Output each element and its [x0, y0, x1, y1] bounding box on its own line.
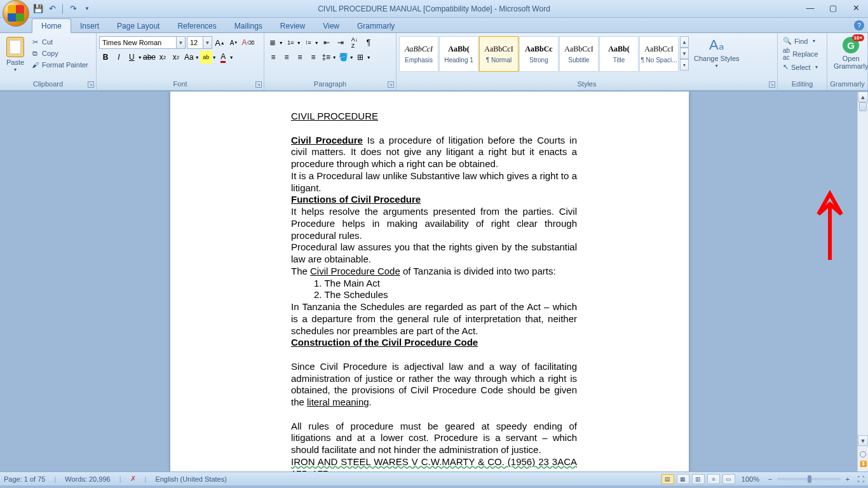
status-language[interactable]: English (United States) — [155, 475, 227, 483]
tab-view[interactable]: View — [314, 19, 348, 32]
scroll-down-button[interactable]: ▼ — [858, 435, 868, 446]
office-button[interactable] — [3, 0, 29, 27]
paste-button[interactable]: Paste ▼ — [3, 34, 28, 79]
vertical-scrollbar[interactable]: ▲ ▼ ⏬ — [857, 92, 868, 471]
cut-icon: ✂ — [31, 37, 39, 46]
style-item-strong[interactable]: AaBbCcStrong — [519, 36, 559, 72]
justify-button[interactable]: ≡ — [307, 51, 320, 64]
zoom-fit-icon[interactable]: ⛶ — [857, 475, 864, 483]
paragraph-dialog-icon[interactable]: ↘ — [388, 81, 394, 88]
increase-indent-button[interactable]: ⇥ — [334, 36, 347, 49]
numbering-button[interactable]: 1≡▼ — [285, 36, 301, 49]
help-icon[interactable]: ? — [854, 20, 864, 30]
align-right-button[interactable]: ≡ — [294, 51, 306, 64]
grow-font-button[interactable]: A▲ — [214, 36, 226, 49]
highlight-button[interactable]: ab▼ — [200, 51, 217, 64]
style-up-button[interactable]: ▲ — [680, 36, 689, 48]
proofing-icon[interactable]: ✗ — [130, 475, 136, 483]
clipboard-group-label: Clipboard — [33, 80, 63, 88]
tab-grammarly[interactable]: Grammarly — [348, 19, 403, 32]
change-styles-icon: Aₐ — [709, 37, 724, 53]
decrease-indent-button[interactable]: ⇤ — [320, 36, 333, 49]
change-styles-button[interactable]: Aₐ Change Styles ▼ — [690, 34, 743, 68]
tab-references[interactable]: References — [168, 19, 225, 32]
multilevel-button[interactable]: ⁝≡▼ — [302, 36, 319, 49]
shrink-font-button[interactable]: A▼ — [227, 36, 240, 49]
redo-icon[interactable]: ↷ — [68, 4, 78, 14]
open-grammarly-button[interactable]: G10+ Open Grammarly — [830, 34, 868, 70]
style-item---normal[interactable]: AaBbCcI¶ Normal — [479, 36, 519, 72]
replace-button[interactable]: abacReplace — [783, 47, 819, 61]
clipboard-dialog-icon[interactable]: ↘ — [88, 81, 94, 88]
cut-button[interactable]: ✂Cut — [29, 37, 90, 47]
save-icon[interactable]: 💾 — [33, 4, 43, 14]
copy-button[interactable]: ⧉Copy — [29, 48, 90, 58]
close-button[interactable]: ✕ — [848, 1, 864, 14]
bold-button[interactable]: B — [99, 51, 112, 64]
group-paragraph: ≣▼ 1≡▼ ⁝≡▼ ⇤ ⇥ A↓Z ¶ ≡ ≡ ≡ ≡ ‡≡▼ 🪣▼ ⊞▼ — [264, 33, 397, 90]
format-painter-button[interactable]: 🖌Format Painter — [29, 60, 90, 70]
find-button[interactable]: 🔍Find▼ — [783, 37, 819, 45]
scroll-thumb[interactable] — [859, 102, 867, 111]
paste-icon — [6, 37, 24, 57]
font-dialog-icon[interactable]: ↘ — [255, 81, 262, 88]
case-citation: IRON AND STEEL WARES V C.W.MARTY & CO. (… — [291, 456, 577, 471]
shading-button[interactable]: 🪣▼ — [337, 51, 354, 64]
borders-button[interactable]: ⊞▼ — [355, 51, 371, 64]
superscript-button[interactable]: x2 — [170, 51, 182, 64]
underline-button[interactable]: U▼ — [126, 51, 142, 64]
tab-mailings[interactable]: Mailings — [226, 19, 271, 32]
styles-dialog-icon[interactable]: ↘ — [769, 81, 775, 88]
clear-formatting-button[interactable]: A⌫ — [241, 36, 254, 49]
zoom-out-button[interactable]: − — [766, 475, 775, 483]
draft-view-button[interactable]: ▭ — [722, 474, 735, 484]
maximize-button[interactable]: ▢ — [825, 1, 841, 14]
chevron-down-icon[interactable]: ▼ — [203, 37, 212, 48]
status-page[interactable]: Page: 1 of 75 — [4, 475, 45, 483]
show-marks-button[interactable]: ¶ — [362, 36, 375, 49]
tab-home[interactable]: Home — [32, 18, 71, 33]
style-item---no-spaci---[interactable]: AaBbCcI¶ No Spaci... — [639, 36, 679, 72]
browse-object-icon[interactable] — [860, 451, 866, 458]
chevron-down-icon[interactable]: ▼ — [176, 37, 185, 48]
zoom-in-button[interactable]: + — [843, 475, 852, 483]
outline-view-button[interactable]: ≡ — [707, 474, 720, 484]
style-down-button[interactable]: ▼ — [680, 48, 689, 59]
minimize-button[interactable]: — — [802, 1, 818, 14]
group-grammarly: G10+ Open Grammarly Grammarly — [827, 33, 868, 90]
font-name-combo[interactable]: Times New Roman▼ — [99, 36, 186, 49]
font-color-button[interactable]: A▼ — [217, 51, 234, 64]
undo-icon[interactable]: ↶ — [47, 4, 57, 14]
scroll-up-button[interactable]: ▲ — [858, 92, 868, 102]
sort-button[interactable]: A↓Z — [348, 36, 361, 49]
heading-functions: Functions of Civil Procedure — [291, 194, 421, 205]
change-case-button[interactable]: Aa▼ — [183, 51, 200, 64]
style-more-button[interactable]: ▾ — [680, 59, 689, 71]
subscript-button[interactable]: x2 — [156, 51, 169, 64]
qat-dropdown-icon[interactable]: ▼ — [82, 4, 92, 14]
tab-review[interactable]: Review — [271, 19, 314, 32]
italic-button[interactable]: I — [112, 51, 125, 64]
style-item-heading-1[interactable]: AaBb(Heading 1 — [439, 36, 478, 72]
tab-insert[interactable]: Insert — [71, 19, 108, 32]
strikethrough-button[interactable]: abe — [143, 51, 156, 64]
zoom-slider[interactable] — [777, 478, 841, 480]
style-item-title[interactable]: AaBb(Title — [599, 36, 639, 72]
status-words[interactable]: Words: 20,996 — [65, 475, 110, 483]
style-item-subtitle[interactable]: AaBbCcISubtitle — [559, 36, 599, 72]
title-bar: 💾 ↶ ↷ ▼ CIVIL PROCEDURE MANUAL [Compatib… — [0, 0, 868, 18]
line-spacing-button[interactable]: ‡≡▼ — [320, 51, 337, 64]
zoom-level[interactable]: 100% — [742, 475, 759, 483]
align-center-button[interactable]: ≡ — [280, 51, 293, 64]
full-screen-view-button[interactable]: ▦ — [677, 474, 689, 484]
bullets-button[interactable]: ≣▼ — [267, 36, 283, 49]
print-layout-view-button[interactable]: ▤ — [661, 474, 674, 484]
next-page-button[interactable]: ⏬ — [858, 459, 868, 469]
web-layout-view-button[interactable]: ▥ — [692, 474, 705, 484]
select-button[interactable]: ↖Select▼ — [783, 63, 819, 71]
align-left-button[interactable]: ≡ — [267, 51, 280, 64]
style-item-emphasis[interactable]: AaBbCcIEmphasis — [399, 36, 438, 72]
document-page[interactable]: CIVIL PROCEDURE Civil Procedure Is a pro… — [170, 92, 689, 471]
tab-page-layout[interactable]: Page Layout — [108, 19, 168, 32]
font-size-combo[interactable]: 12▼ — [187, 36, 212, 49]
